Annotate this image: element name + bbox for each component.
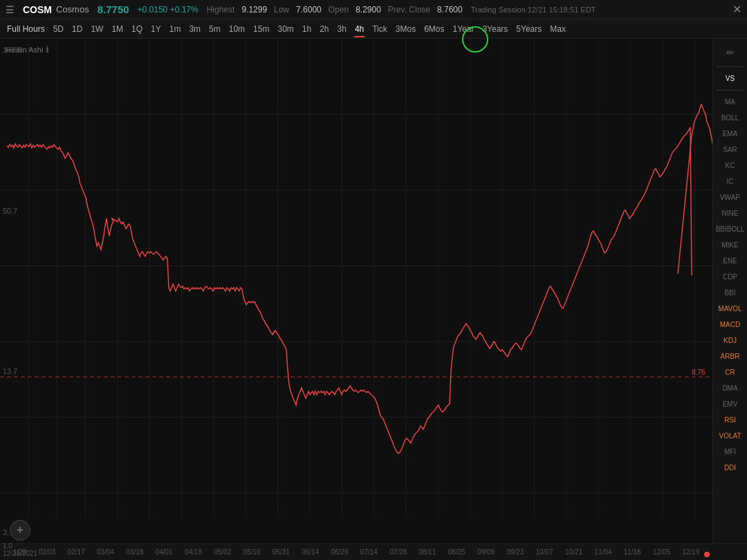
indicator-cdp[interactable]: CDP bbox=[713, 271, 747, 283]
time-btn-6mos[interactable]: 6Mos bbox=[420, 22, 448, 36]
x-axis-label: 08/11 bbox=[418, 548, 436, 556]
indicator-bbiboll[interactable]: BBIBOLL bbox=[713, 223, 747, 235]
time-btn-1q[interactable]: 1Q bbox=[127, 22, 147, 36]
x-axis-label: 10/07 bbox=[536, 548, 553, 556]
close-button[interactable]: ✕ bbox=[732, 3, 741, 16]
x-axis-labels: 1/2002/0302/1703/0403/1804/0104/1805/020… bbox=[0, 548, 712, 556]
indicator-sar[interactable]: SAR bbox=[713, 144, 747, 156]
indicator-ene[interactable]: ENE bbox=[713, 255, 747, 267]
time-btn-15min[interactable]: 15m bbox=[249, 22, 273, 36]
indicator-emv[interactable]: EMV bbox=[713, 398, 747, 410]
x-axis-label: 12/05 bbox=[653, 548, 670, 556]
dot-indicator bbox=[704, 552, 710, 557]
time-btn-4h[interactable]: 4h bbox=[351, 22, 368, 36]
x-axis-label: 03/18 bbox=[126, 548, 143, 556]
time-btn-3min[interactable]: 3m bbox=[185, 22, 205, 36]
indicator-boll[interactable]: BOLL bbox=[713, 112, 747, 124]
chart-main: Heikin Ashi ℹ 187.8 50.7 13.7 3.7 bbox=[0, 39, 712, 543]
company-name: Cosmos bbox=[56, 4, 89, 15]
x-axis-label: 04/18 bbox=[185, 548, 202, 556]
indicator-mfi[interactable]: MFI bbox=[713, 446, 747, 458]
time-btn-30min[interactable]: 30m bbox=[273, 22, 297, 36]
time-btn-full-hours[interactable]: Full Hours bbox=[3, 22, 49, 36]
indicator-mike[interactable]: MIKE bbox=[713, 239, 747, 251]
time-btn-5d[interactable]: 5D bbox=[49, 22, 68, 36]
indicator-volat[interactable]: VOLAT bbox=[713, 430, 747, 442]
current-price: 8.7750 bbox=[98, 3, 129, 15]
chart-bottom-label: 1.0 12/21/2021 bbox=[3, 542, 37, 557]
x-axis-label: 05/31 bbox=[273, 548, 290, 556]
x-axis-label: 06/14 bbox=[302, 548, 319, 556]
indicator-ic[interactable]: IC bbox=[713, 176, 747, 187]
header: ☰ COSM Cosmos 8.7750 +0.0150 +0.17% High… bbox=[0, 0, 747, 19]
time-btn-2h[interactable]: 2h bbox=[315, 22, 333, 36]
symbol-area: COSM Cosmos bbox=[23, 4, 89, 15]
time-btn-1y[interactable]: 1Y bbox=[147, 22, 165, 36]
time-btn-3mos[interactable]: 3Mos bbox=[391, 22, 420, 36]
indicator-kdj[interactable]: KDJ bbox=[713, 335, 747, 346]
x-axis-label: 07/28 bbox=[389, 548, 407, 556]
time-btn-3years[interactable]: 3Years bbox=[478, 22, 512, 36]
indicator-ma[interactable]: MA bbox=[713, 96, 747, 108]
toolbar-divider2 bbox=[717, 90, 744, 91]
indicator-vwap[interactable]: VWAP bbox=[713, 192, 747, 203]
price-line bbox=[7, 127, 692, 454]
price-details: Highest 9.1299 Low 7.6000 Open 8.2900 Pr… bbox=[207, 5, 463, 15]
x-axis-label: 08/25 bbox=[448, 548, 465, 556]
right-toolbar: ✏ VS MABOLLEMASARKCICVWAPNINEBBIBOLLMIKE… bbox=[712, 39, 747, 543]
x-axis-label: 09/23 bbox=[506, 548, 524, 556]
indicator-dma[interactable]: DMA bbox=[713, 382, 747, 394]
price-spike bbox=[678, 104, 712, 274]
indicator-arbr[interactable]: ARBR bbox=[713, 351, 747, 362]
x-axis-label: 02/03 bbox=[38, 548, 55, 556]
add-button[interactable]: + bbox=[10, 520, 30, 541]
trading-session: Trading Session 12/21 15:18:51 EDT bbox=[471, 6, 596, 14]
vs-label[interactable]: VS bbox=[713, 73, 747, 84]
time-btn-max[interactable]: Max bbox=[546, 22, 570, 36]
indicator-mavol[interactable]: MAVOL bbox=[713, 303, 747, 315]
time-btn-10min[interactable]: 10m bbox=[225, 22, 249, 36]
ticker-symbol[interactable]: COSM bbox=[23, 4, 52, 15]
time-btn-5min[interactable]: 5m bbox=[205, 22, 225, 36]
x-axis-label: 06/29 bbox=[331, 548, 349, 556]
indicator-rsi[interactable]: RSI bbox=[713, 414, 747, 426]
svg-text:8.76: 8.76 bbox=[692, 368, 706, 376]
time-btn-1h[interactable]: 1h bbox=[298, 22, 315, 36]
chart-area: Heikin Ashi ℹ 187.8 50.7 13.7 3.7 bbox=[0, 39, 747, 543]
time-btn-1min[interactable]: 1m bbox=[165, 22, 185, 36]
x-axis-label: 11/04 bbox=[594, 548, 611, 556]
indicator-cr[interactable]: CR bbox=[713, 366, 747, 378]
time-btn-1year[interactable]: 1Year bbox=[448, 22, 478, 36]
time-btn-5years[interactable]: 5Years bbox=[512, 22, 546, 36]
x-axis-label: 02/17 bbox=[68, 548, 85, 556]
x-axis-label: 03/04 bbox=[97, 548, 114, 556]
x-axis-label: 04/01 bbox=[156, 548, 173, 556]
time-btn-1m[interactable]: 1M bbox=[107, 22, 127, 36]
time-toolbar: Full Hours5D1D1W1M1Q1Y1m3m5m10m15m30m1h2… bbox=[0, 19, 747, 39]
x-axis-label: 05/02 bbox=[214, 548, 231, 556]
indicator-bbi[interactable]: BBI bbox=[713, 287, 747, 299]
x-axis: 1/2002/0302/1703/0403/1804/0104/1805/020… bbox=[0, 543, 747, 560]
x-axis-label: 11/18 bbox=[624, 548, 641, 556]
time-btn-1d[interactable]: 1D bbox=[68, 22, 86, 36]
menu-icon[interactable]: ☰ bbox=[6, 4, 15, 15]
price-chart-svg: 8.76 bbox=[0, 39, 712, 543]
x-axis-label: 12/19 bbox=[682, 548, 699, 556]
chart-canvas[interactable]: 8.76 bbox=[0, 39, 712, 543]
indicator-nine[interactable]: NINE bbox=[713, 207, 747, 219]
edit-icon[interactable]: ✏ bbox=[723, 44, 737, 61]
time-btn-tick[interactable]: Tick bbox=[368, 22, 391, 36]
indicator-macd[interactable]: MACD bbox=[713, 319, 747, 330]
indicator-ema[interactable]: EMA bbox=[713, 128, 747, 140]
x-axis-label: 10/21 bbox=[565, 548, 582, 556]
x-axis-label: 09/09 bbox=[477, 548, 495, 556]
time-btn-3h[interactable]: 3h bbox=[333, 22, 351, 36]
x-axis-label: 07/14 bbox=[360, 548, 378, 556]
indicator-ddi[interactable]: DDI bbox=[713, 462, 747, 474]
toolbar-divider bbox=[717, 66, 744, 67]
time-btn-1w[interactable]: 1W bbox=[86, 22, 107, 36]
indicator-kc[interactable]: KC bbox=[713, 160, 747, 171]
price-change: +0.0150 +0.17% bbox=[138, 5, 199, 15]
x-axis-label: 05/16 bbox=[243, 548, 261, 556]
